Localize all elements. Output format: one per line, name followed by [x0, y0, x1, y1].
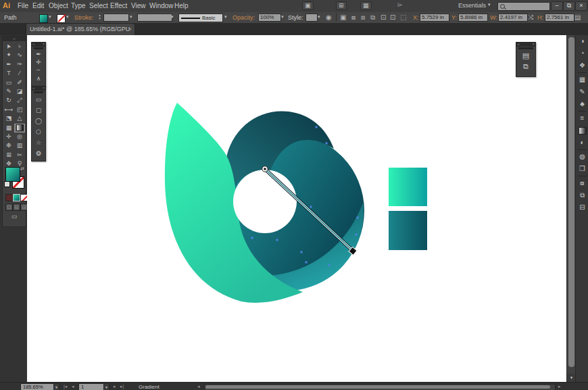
symbol-sprayer-tool[interactable]: ❉	[3, 141, 14, 150]
delete-anchor-point-tool[interactable]: ╌	[32, 66, 45, 74]
scroll-right-icon[interactable]: ▸	[558, 384, 561, 389]
zoom-dropdown-icon[interactable]: ▾	[53, 383, 59, 390]
zoom-level-field[interactable]: 185.65%	[20, 383, 54, 390]
gradient-tool[interactable]	[14, 124, 25, 132]
close-icon[interactable]: ×	[532, 43, 535, 46]
stroke-color-swatch[interactable]	[57, 14, 66, 23]
tearoff-header[interactable]: ‹‹×	[32, 87, 45, 91]
eyedropper-tool[interactable]: ✛	[3, 132, 14, 141]
blend-tool[interactable]: ◎	[14, 132, 25, 141]
shape-builder-tool[interactable]: ⬔	[3, 114, 14, 123]
menu-file[interactable]: File	[18, 2, 28, 9]
artboards-panel-icon[interactable]: ⧇	[576, 177, 588, 189]
align-icon-c[interactable]: ⧉	[370, 14, 375, 22]
tearoff-grip[interactable]	[518, 47, 533, 49]
horizontal-scrollbar-thumb[interactable]	[205, 385, 550, 389]
rectangle-tool[interactable]: ▭	[3, 78, 14, 87]
rotate-tool[interactable]: ↻	[3, 96, 14, 105]
stroke-weight-field[interactable]	[103, 14, 129, 22]
perspective-grid-tool[interactable]: △	[14, 114, 25, 123]
swatches-panel-icon[interactable]: ▦	[576, 74, 588, 86]
color-button[interactable]	[5, 194, 13, 201]
direct-selection-tool[interactable]: ➢	[14, 42, 25, 51]
minimize-button[interactable]: –	[551, 1, 563, 11]
stroke-dropdown-icon[interactable]: ▾	[66, 14, 69, 20]
document-tab[interactable]: Untitled-1.ai* @ 185.65% (RGB/GPU Previe…	[26, 23, 135, 36]
draw-normal-button[interactable]: ▢	[5, 203, 13, 211]
opacity-label[interactable]: Opacity:	[232, 14, 255, 21]
tab-close-icon[interactable]: ×	[128, 24, 132, 35]
gradient-button[interactable]	[13, 194, 20, 201]
add-anchor-point-tool[interactable]: ✛	[32, 58, 45, 66]
workspace-select[interactable]: Essentials	[458, 2, 486, 9]
style-dropdown-icon[interactable]: ▾	[318, 14, 320, 20]
column-graph-tool[interactable]: ▥	[14, 141, 25, 150]
tearoff-header[interactable]: ‹‹×	[516, 43, 535, 47]
stroke-weight-stepper[interactable]: ▴▾	[97, 14, 102, 21]
link-dimensions-icon[interactable]: ⤨	[528, 14, 533, 22]
y-field[interactable]: 5.8986 in	[458, 14, 488, 22]
first-artboard-icon[interactable]: |◂	[64, 384, 67, 389]
menu-effect[interactable]: Effect	[110, 2, 127, 9]
stroke-panel-icon[interactable]: ≡	[576, 112, 588, 124]
flare-tool[interactable]: ❂	[32, 148, 45, 159]
draw-behind-button[interactable]: ◱	[13, 203, 20, 211]
style-field[interactable]	[305, 14, 318, 22]
paintbrush-tool[interactable]: ✐	[14, 78, 25, 87]
rounded-rectangle-tool[interactable]: ▢	[32, 105, 45, 116]
curvature-tool[interactable]: ✑	[14, 60, 25, 69]
selection-tool[interactable]: ➤	[3, 42, 14, 51]
workspace-dropdown-icon[interactable]: ▾	[488, 2, 491, 7]
last-artboard-icon[interactable]: ▸|	[120, 384, 124, 389]
line-segment-tool[interactable]: ∕	[14, 69, 25, 78]
magic-wand-tool[interactable]: ✦	[3, 51, 14, 59]
canvas[interactable]: ‹‹× ✒ ✛ ╌ ∧ ‹‹× ▭ ▢ ◯ ⬡ ☆ ❂ ‹‹× ▤ ⧉	[27, 35, 566, 382]
previous-artboard-icon[interactable]: ◂	[72, 384, 74, 389]
h-field[interactable]: 2.7561 in	[545, 14, 574, 22]
artboard-number-field[interactable]: 1	[78, 383, 104, 390]
tools-panel-grip[interactable]: ‹‹	[3, 36, 26, 41]
artboard-dropdown-icon[interactable]: ▾	[103, 383, 109, 390]
gradient-square-light[interactable]	[389, 168, 427, 206]
lasso-tool[interactable]: ∿	[14, 51, 25, 59]
share-icon[interactable]: ⌲	[395, 1, 404, 9]
color-guide-panel-icon[interactable]: ◔	[576, 47, 588, 59]
eraser-tool[interactable]: ◪	[14, 87, 25, 96]
menu-edit[interactable]: Edit	[32, 2, 44, 9]
restore-button[interactable]: ⧉	[563, 1, 575, 11]
ellipse-tool[interactable]: ◯	[32, 116, 45, 126]
select-similar-icon[interactable]: ▣	[340, 14, 346, 22]
collapse-icon[interactable]: ‹‹	[32, 86, 34, 90]
app-logo-icon[interactable]: Ai	[3, 1, 10, 9]
horizontal-scrollbar[interactable]	[204, 384, 556, 390]
vertical-scrollbar-thumb[interactable]	[568, 37, 574, 367]
tearoff-header[interactable]: ‹‹×	[32, 43, 45, 47]
rectangle-tool[interactable]: ▭	[32, 94, 45, 105]
next-artboard-icon[interactable]: ▸	[114, 384, 116, 389]
menu-window[interactable]: Window	[149, 2, 174, 9]
polygon-tool[interactable]: ⬡	[32, 126, 45, 137]
pattern-options-panel-icon[interactable]: ❖	[576, 59, 588, 72]
symbols-panel-icon[interactable]: ♣	[576, 98, 588, 110]
panel-tool-a-icon[interactable]: ▤	[516, 50, 535, 61]
free-transform-tool[interactable]: ◰	[14, 105, 25, 114]
opacity-field[interactable]: 100%	[258, 14, 281, 22]
transform-grid-icon[interactable]: ⬚	[400, 14, 406, 22]
menu-view[interactable]: View	[131, 2, 146, 9]
vertical-scrollbar[interactable]: ▾	[566, 35, 576, 382]
brush-dropdown-icon[interactable]: ▾	[224, 14, 227, 20]
menu-select[interactable]: Select	[89, 2, 108, 9]
collapse-icon[interactable]: ‹‹	[32, 42, 34, 46]
width-profile-field[interactable]	[137, 14, 172, 22]
gradient-panel-icon[interactable]	[576, 124, 588, 137]
brush-definition-field[interactable]: Basic	[178, 14, 223, 22]
scale-tool[interactable]: ⤢	[14, 96, 25, 105]
color-panel-icon[interactable]: ◑	[576, 35, 588, 47]
stroke-weight-label[interactable]: Stroke:	[74, 14, 94, 21]
close-icon[interactable]: ×	[43, 43, 45, 46]
pencil-tool[interactable]: ✎	[3, 87, 14, 96]
pen-tool[interactable]: ✒	[32, 50, 45, 58]
bridge-icon[interactable]: ▣	[302, 1, 314, 10]
default-swatches-icon[interactable]	[4, 181, 10, 187]
transparency-panel-icon[interactable]: ◐	[576, 137, 588, 149]
